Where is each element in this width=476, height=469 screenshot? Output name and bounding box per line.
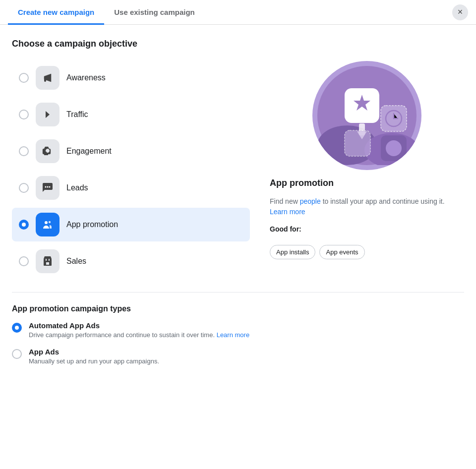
traffic-label: Traffic <box>66 110 88 119</box>
radio-engagement[interactable] <box>19 146 29 156</box>
objective-leads[interactable]: Leads <box>12 171 250 205</box>
automated-learn-more-link[interactable]: Learn more <box>217 331 249 339</box>
tag-app-events: App events <box>319 245 364 259</box>
automated-app-ads-content: Automated App Ads Drive campaign perform… <box>29 321 249 340</box>
svg-rect-18 <box>345 130 370 156</box>
svg-point-4 <box>45 221 48 224</box>
engagement-label: Engagement <box>66 147 112 156</box>
radio-sales[interactable] <box>19 256 29 266</box>
radio-awareness[interactable] <box>19 73 29 83</box>
svg-point-5 <box>49 221 51 223</box>
campaign-types-title: App promotion campaign types <box>12 304 464 313</box>
app-promotion-icon-box <box>36 213 60 236</box>
modal: Create new campaign Use existing campaig… <box>0 0 476 469</box>
objective-engagement[interactable]: Engagement <box>12 134 250 168</box>
svg-point-20 <box>386 140 402 156</box>
promo-illustration <box>312 61 421 170</box>
promo-title: App promotion <box>270 178 464 188</box>
objective-awareness[interactable]: Awareness <box>12 61 250 95</box>
promo-description: Find new people to install your app and … <box>270 196 464 217</box>
engagement-icon-box <box>36 139 60 163</box>
app-ads-content: App Ads Manually set up and run your app… <box>29 348 159 366</box>
automated-app-ads-label: Automated App Ads <box>29 321 249 330</box>
traffic-icon-box <box>36 103 60 126</box>
tab-create-new[interactable]: Create new campaign <box>8 0 104 25</box>
campaign-type-automated[interactable]: Automated App Ads Drive campaign perform… <box>12 321 464 340</box>
radio-leads[interactable] <box>19 183 29 193</box>
tag-app-installs: App installs <box>270 245 315 259</box>
automated-app-ads-desc: Drive campaign performance and continue … <box>29 331 249 340</box>
svg-point-2 <box>47 186 49 188</box>
app-promotion-label: App promotion <box>66 220 118 229</box>
tags-container: App installs App events <box>270 245 464 259</box>
objective-traffic[interactable]: Traffic <box>12 98 250 131</box>
good-for-title: Good for: <box>270 225 464 233</box>
sales-label: Sales <box>66 257 86 266</box>
radio-traffic[interactable] <box>19 110 29 119</box>
tab-use-existing[interactable]: Use existing campaign <box>104 0 205 25</box>
leads-label: Leads <box>66 183 88 192</box>
svg-rect-8 <box>49 259 50 261</box>
app-ads-desc: Manually set up and run your app campaig… <box>29 357 159 366</box>
main-layout: Awareness Traffic <box>12 61 464 278</box>
awareness-label: Awareness <box>66 73 106 82</box>
objective-sales[interactable]: Sales <box>12 244 250 278</box>
sales-icon-box <box>36 249 60 273</box>
svg-rect-7 <box>46 259 47 261</box>
modal-content: Choose a campaign objective Awareness <box>0 25 476 469</box>
leads-icon-box <box>36 176 60 200</box>
awareness-icon-box <box>36 66 60 90</box>
svg-point-1 <box>45 186 47 188</box>
campaign-types-section: App promotion campaign types Automated A… <box>12 292 464 366</box>
radio-automated-app-ads[interactable] <box>12 323 22 333</box>
campaign-type-app-ads[interactable]: App Ads Manually set up and run your app… <box>12 348 464 366</box>
learn-more-link-desc[interactable]: Learn more <box>270 208 305 216</box>
right-panel: App promotion Find new people to install… <box>270 61 464 278</box>
objective-app-promotion[interactable]: App promotion <box>12 208 250 241</box>
radio-app-ads[interactable] <box>12 349 22 359</box>
radio-app-promotion[interactable] <box>19 220 29 230</box>
objectives-list: Awareness Traffic <box>12 61 250 278</box>
app-ads-label: App Ads <box>29 348 159 356</box>
tabs-bar: Create new campaign Use existing campaig… <box>0 0 476 25</box>
section-title: Choose a campaign objective <box>12 39 464 49</box>
svg-point-3 <box>49 186 51 188</box>
close-button[interactable]: × <box>452 4 468 20</box>
people-link[interactable]: people <box>300 197 321 205</box>
